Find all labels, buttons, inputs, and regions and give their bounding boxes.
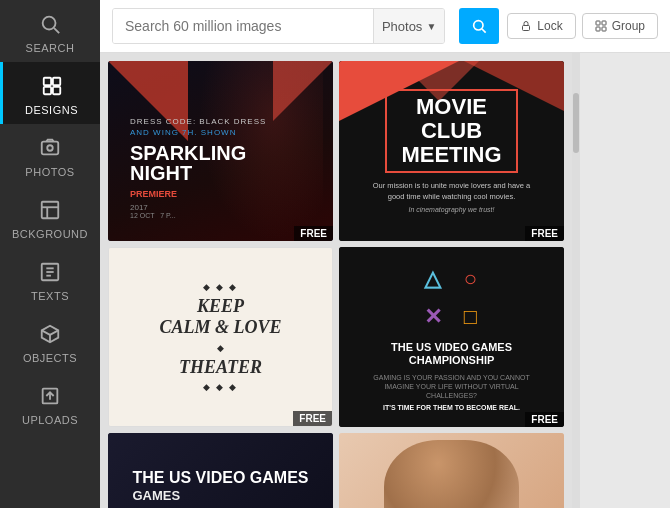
list-item[interactable]: MOVIE CLUB MEETING Our mission is to uni…	[339, 61, 564, 241]
svg-rect-2	[43, 78, 50, 85]
card1-premiere: PREMIERE	[130, 189, 311, 199]
card2-tagline: In cinematography we trust!	[355, 206, 548, 213]
cross-icon: ✕	[417, 301, 449, 333]
svg-rect-8	[42, 202, 59, 219]
photos-dropdown[interactable]: Photos ▼	[373, 9, 444, 43]
search-btn-icon	[471, 18, 487, 34]
card5-title: THE US VIDEO GAMES	[132, 468, 308, 487]
list-item[interactable]: △ ○ ✕ □ THE US VIDEO GAMES CHAMPIONSHIP …	[339, 247, 564, 427]
header: Photos ▼ Lock	[100, 0, 670, 53]
sidebar-item-designs-label: DESIGNS	[25, 104, 78, 116]
circle-icon: ○	[455, 263, 487, 295]
scrollbar-thumb[interactable]	[573, 93, 579, 153]
free-badge-card3: FREE	[293, 411, 332, 426]
designs-icon	[38, 72, 66, 100]
free-badge-card2: FREE	[525, 226, 564, 241]
list-item[interactable]: DRESS CODE: BLACK DRESS AND WING 7H. SHO…	[108, 61, 333, 241]
list-item[interactable]	[339, 433, 564, 508]
triangle-icon: △	[417, 263, 449, 295]
content-area: DRESS CODE: BLACK DRESS AND WING 7H. SHO…	[100, 53, 670, 508]
sidebar-item-objects-label: OBJECTS	[23, 352, 77, 364]
sidebar-item-photos[interactable]: PHOTOS	[0, 124, 100, 186]
photos-icon	[36, 134, 64, 162]
card3-diamond-mid: ◆	[121, 343, 320, 353]
card3-line2: CALM & LOVE	[121, 317, 320, 339]
svg-rect-20	[523, 26, 530, 31]
card3-decoration-top: ◆ ◆ ◆	[121, 282, 320, 292]
card4-title: THE US VIDEO GAMES CHAMPIONSHIP	[359, 341, 544, 367]
svg-rect-22	[602, 21, 606, 25]
dropdown-chevron-icon: ▼	[426, 21, 436, 32]
svg-rect-5	[52, 87, 59, 94]
group-label: Group	[612, 19, 645, 33]
svg-rect-23	[596, 27, 600, 31]
search-icon	[36, 10, 64, 38]
card1-year: 2017	[130, 203, 311, 212]
card3-decoration-bottom: ◆ ◆ ◆	[121, 382, 320, 392]
svg-rect-6	[42, 142, 59, 155]
svg-rect-3	[52, 78, 59, 85]
sidebar-item-background[interactable]: BCKGROUND	[0, 186, 100, 248]
card4-cta: IT'S TIME FOR THEM TO BECOME REAL.	[359, 404, 544, 411]
image-grid: DRESS CODE: BLACK DRESS AND WING 7H. SHO…	[108, 61, 564, 508]
sidebar-item-photos-label: PHOTOS	[25, 166, 74, 178]
card1-dresscode: DRESS CODE: BLACK DRESS	[130, 117, 311, 126]
svg-rect-21	[596, 21, 600, 25]
card1-subline: AND WING 7H. SHOWN	[130, 128, 311, 137]
sidebar-item-uploads-label: UPLOADS	[22, 414, 78, 426]
square-icon: □	[455, 301, 487, 333]
svg-line-1	[54, 28, 59, 33]
sidebar-item-texts[interactable]: TEXTS	[0, 248, 100, 310]
sidebar-item-texts-label: TEXTS	[31, 290, 69, 302]
svg-rect-24	[602, 27, 606, 31]
texts-icon	[36, 258, 64, 286]
card4-sub: GAMING IS YOUR PASSION AND YOU CANNOT IM…	[359, 373, 544, 400]
top-action-buttons: Lock Group	[507, 13, 658, 39]
main-content: Photos ▼ Lock	[100, 0, 670, 508]
card1-title: SPARKLING NIGHT	[130, 143, 311, 183]
sidebar-item-search-label: SEARCH	[26, 42, 75, 54]
card2-line1: MOVIE	[401, 95, 501, 119]
group-button[interactable]: Group	[582, 13, 658, 39]
sidebar-item-objects[interactable]: OBJECTS	[0, 310, 100, 372]
scrollbar[interactable]	[572, 53, 580, 508]
svg-line-19	[482, 29, 486, 33]
list-item[interactable]: THE US VIDEO GAMES GAMES ▲	[108, 433, 333, 508]
card3-line3: THEATER	[121, 357, 320, 379]
svg-point-18	[474, 21, 483, 30]
sidebar-item-background-label: BCKGROUND	[12, 228, 88, 240]
objects-icon	[36, 320, 64, 348]
sidebar: SEARCH DESIGNS PHOTOS	[0, 0, 100, 508]
card2-line2: CLUB	[401, 119, 501, 143]
dropdown-label: Photos	[382, 19, 422, 34]
card5-line2: GAMES	[132, 488, 308, 503]
card1-time: 12 OCT 7 P...	[130, 212, 311, 219]
search-button[interactable]	[459, 8, 499, 44]
list-item[interactable]: ◆ ◆ ◆ KEEP CALM & LOVE ◆ THEATER ◆ ◆ ◆ F…	[108, 247, 333, 427]
sidebar-item-designs[interactable]: DESIGNS	[0, 62, 100, 124]
right-panel	[580, 53, 670, 508]
lock-button[interactable]: Lock	[507, 13, 575, 39]
sidebar-item-uploads[interactable]: UPLOADS	[0, 372, 100, 434]
svg-point-7	[47, 145, 53, 151]
uploads-icon	[36, 382, 64, 410]
search-input[interactable]	[113, 9, 373, 43]
card3-line1: KEEP	[121, 296, 320, 318]
card2-line3: MEETING	[401, 143, 501, 167]
search-bar: Photos ▼	[112, 8, 445, 44]
svg-point-0	[43, 17, 56, 30]
lock-icon	[520, 20, 532, 32]
svg-rect-4	[43, 87, 50, 94]
sidebar-item-search[interactable]: SEARCH	[0, 0, 100, 62]
playstation-icons: △ ○ ✕ □	[417, 263, 487, 333]
lock-label: Lock	[537, 19, 562, 33]
background-icon	[36, 196, 64, 224]
group-icon	[595, 20, 607, 32]
image-grid-panel: DRESS CODE: BLACK DRESS AND WING 7H. SHO…	[100, 53, 572, 508]
card2-sub: Our mission is to unite movie lovers and…	[355, 181, 548, 202]
